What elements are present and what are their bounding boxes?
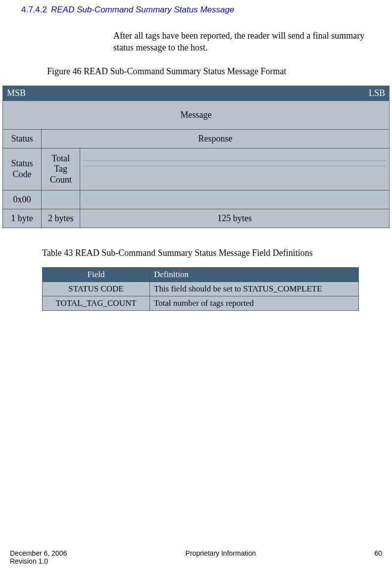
status-code-cell: Status Code [3,148,42,191]
body-paragraph: After all tags have been reported, the r… [113,30,370,54]
empty-cell-1 [42,191,80,209]
value-0x00-cell: 0x00 [3,191,42,209]
figure-table: MSB LSB Message Status Response Status C… [2,86,390,229]
figure-caption: Figure 46 READ Sub-Command Summary Statu… [47,66,390,77]
msb-header: MSB [3,86,80,100]
page-footer: December 6, 2006 Revision 1.0 Proprietar… [10,549,382,565]
empty-cell-2 [80,191,390,209]
field-cell: TOTAL_TAG_COUNT [43,296,150,311]
field-header: Field [43,268,150,282]
definition-table: Field Definition STATUS CODE This field … [42,267,359,311]
total-tag-count-cell: Total Tag Count [42,148,80,191]
section-heading: 4.7.4.2READ Sub-Command Summary Status M… [21,5,390,15]
definition-cell: Total number of tags reported [150,296,359,311]
footer-revision: Revision 1.0 [10,557,67,565]
size-1byte-cell: 1 byte [3,209,42,228]
footer-page-number: 60 [374,549,382,557]
table-row: STATUS CODE This field should be set to … [43,282,359,296]
footer-center: Proprietary Information [67,549,374,557]
table-row: TOTAL_TAG_COUNT Total number of tags rep… [43,296,359,311]
field-cell: STATUS CODE [43,282,150,296]
definition-cell: This field should be set to STATUS_COMPL… [150,282,359,296]
reserved-cell [80,148,390,191]
section-title: READ Sub-Command Summary Status Message [51,5,234,14]
table-caption: Table 43 READ Sub-Command Summary Status… [42,248,390,258]
size-125bytes-cell: 125 bytes [80,209,390,228]
message-cell: Message [3,100,390,129]
response-cell: Response [42,129,390,148]
status-cell: Status [3,129,42,148]
section-number: 4.7.4.2 [21,5,47,14]
definition-header: Definition [150,268,359,282]
footer-date: December 6, 2006 [10,549,67,557]
lsb-header: LSB [80,86,390,100]
size-2bytes-cell: 2 bytes [42,209,80,228]
